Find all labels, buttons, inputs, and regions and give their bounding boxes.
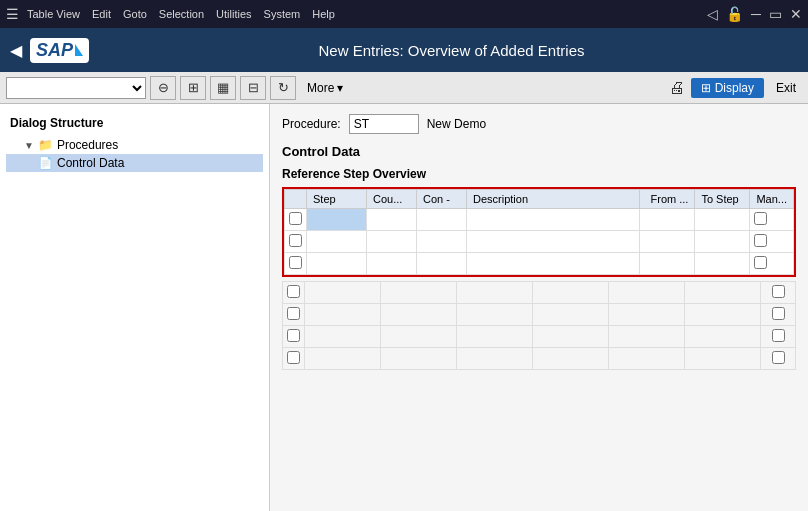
table-cell-desc-3[interactable] — [467, 253, 640, 275]
table-cell-man-2 — [750, 231, 794, 253]
table-cell-step-2[interactable] — [307, 231, 367, 253]
sidebar-item-controldata[interactable]: 📄 Control Data — [6, 154, 263, 172]
extra-cell-data-1d[interactable] — [533, 282, 609, 304]
extra-cell-data-3d[interactable] — [533, 326, 609, 348]
extra-cell-data-1b[interactable] — [381, 282, 457, 304]
extra-cell-data-3e[interactable] — [609, 326, 685, 348]
hamburger-icon[interactable]: ☰ — [6, 6, 19, 22]
table-cell-cou-2[interactable] — [367, 231, 417, 253]
reference-step-table: Step Cou... Con - Description From ... T… — [284, 189, 794, 275]
menu-edit[interactable]: Edit — [92, 8, 111, 20]
table-cell-cou-1[interactable] — [367, 209, 417, 231]
menu-bar: Table View Edit Goto Selection Utilities… — [27, 8, 335, 20]
table-cell-step-3[interactable] — [307, 253, 367, 275]
table-cell-tostep-2[interactable] — [695, 231, 750, 253]
maximize-icon[interactable]: ▭ — [769, 6, 782, 22]
sidebar-resize-handle[interactable] — [265, 104, 269, 511]
menu-help[interactable]: Help — [312, 8, 335, 20]
toolbar-btn-refresh[interactable]: ↻ — [270, 76, 296, 100]
main-content: Dialog Structure ▼ 📁 Procedures 📄 Contro… — [0, 104, 808, 511]
extra-cell-data-2c[interactable] — [457, 304, 533, 326]
close-icon[interactable]: ✕ — [790, 6, 802, 22]
extra-cell-man-1 — [761, 282, 796, 304]
menu-goto[interactable]: Goto — [123, 8, 147, 20]
table-cell-con-2[interactable] — [417, 231, 467, 253]
back-nav-icon[interactable]: ◁ — [707, 6, 718, 22]
sap-logo-text: SAP — [36, 40, 73, 61]
extra-cell-data-3c[interactable] — [457, 326, 533, 348]
toolbar-btn-minus[interactable]: ⊖ — [150, 76, 176, 100]
row-checkbox-1[interactable] — [289, 212, 302, 225]
sidebar-title: Dialog Structure — [0, 112, 269, 136]
row-checkbox-3[interactable] — [289, 256, 302, 269]
table-cell-cou-3[interactable] — [367, 253, 417, 275]
table-cell-tostep-1[interactable] — [695, 209, 750, 231]
menu-selection[interactable]: Selection — [159, 8, 204, 20]
table-cell-man-3 — [750, 253, 794, 275]
menu-utilities[interactable]: Utilities — [216, 8, 251, 20]
extra-checkbox-3[interactable] — [287, 329, 300, 342]
more-button[interactable]: More ▾ — [300, 78, 350, 98]
extra-cell-data-2f[interactable] — [685, 304, 761, 326]
extra-cell-data-2d[interactable] — [533, 304, 609, 326]
table-cell-tostep-3[interactable] — [695, 253, 750, 275]
extra-man-checkbox-3[interactable] — [772, 329, 785, 342]
extra-cell-data-4e[interactable] — [609, 348, 685, 370]
subsection-title: Reference Step Overview — [282, 167, 796, 181]
procedure-input[interactable] — [349, 114, 419, 134]
toolbar-btn-copy-table[interactable]: ⊞ — [180, 76, 206, 100]
extra-cell-data-1[interactable] — [305, 282, 381, 304]
table-cell-desc-1[interactable] — [467, 209, 640, 231]
extra-cell-data-2e[interactable] — [609, 304, 685, 326]
table-cell-from-1[interactable] — [640, 209, 695, 231]
extra-cell-data-1f[interactable] — [685, 282, 761, 304]
back-button[interactable]: ◀ — [10, 41, 22, 60]
toolbar-btn-grid1[interactable]: ▦ — [210, 76, 236, 100]
extra-cell-data-4[interactable] — [305, 348, 381, 370]
table-cell-step-1[interactable] — [307, 209, 367, 231]
extra-cell-data-2b[interactable] — [381, 304, 457, 326]
extra-man-checkbox-1[interactable] — [772, 285, 785, 298]
man-checkbox-3[interactable] — [754, 256, 767, 269]
extra-cell-data-4f[interactable] — [685, 348, 761, 370]
extra-checkbox-4[interactable] — [287, 351, 300, 364]
extra-cell-man-2 — [761, 304, 796, 326]
extra-man-checkbox-4[interactable] — [772, 351, 785, 364]
toolbar-btn-grid2[interactable]: ⊟ — [240, 76, 266, 100]
man-checkbox-1[interactable] — [754, 212, 767, 225]
table-cell-from-3[interactable] — [640, 253, 695, 275]
display-button[interactable]: ⊞ Display — [691, 78, 764, 98]
minimize-icon[interactable]: ─ — [751, 6, 761, 22]
folder-icon: 📁 — [38, 138, 53, 152]
extra-cell-data-4d[interactable] — [533, 348, 609, 370]
extra-checkbox-1[interactable] — [287, 285, 300, 298]
extra-cell-data-3b[interactable] — [381, 326, 457, 348]
section-title: Control Data — [282, 144, 796, 159]
table-cell-con-1[interactable] — [417, 209, 467, 231]
extra-cell-data-3[interactable] — [305, 326, 381, 348]
extra-checkbox-2[interactable] — [287, 307, 300, 320]
table-cell-from-2[interactable] — [640, 231, 695, 253]
table-cell-con-3[interactable] — [417, 253, 467, 275]
table-cell-desc-2[interactable] — [467, 231, 640, 253]
sidebar-item-procedures[interactable]: ▼ 📁 Procedures — [6, 136, 263, 154]
extra-cell-data-1c[interactable] — [457, 282, 533, 304]
extra-cell-data-1e[interactable] — [609, 282, 685, 304]
extra-row — [283, 326, 796, 348]
extra-cell-data-2[interactable] — [305, 304, 381, 326]
extra-rows-table — [282, 281, 796, 370]
sidebar: Dialog Structure ▼ 📁 Procedures 📄 Contro… — [0, 104, 270, 511]
toolbar-select[interactable] — [6, 77, 146, 99]
print-icon[interactable]: 🖨 — [669, 79, 685, 97]
menu-system[interactable]: System — [264, 8, 301, 20]
man-checkbox-2[interactable] — [754, 234, 767, 247]
menu-tableview[interactable]: Table View — [27, 8, 80, 20]
procedure-name: New Demo — [427, 117, 486, 131]
exit-button[interactable]: Exit — [770, 79, 802, 97]
extra-man-checkbox-2[interactable] — [772, 307, 785, 320]
extra-cell-data-4b[interactable] — [381, 348, 457, 370]
row-checkbox-2[interactable] — [289, 234, 302, 247]
extra-cell-data-4c[interactable] — [457, 348, 533, 370]
extra-cell-man-4 — [761, 348, 796, 370]
extra-cell-data-3f[interactable] — [685, 326, 761, 348]
